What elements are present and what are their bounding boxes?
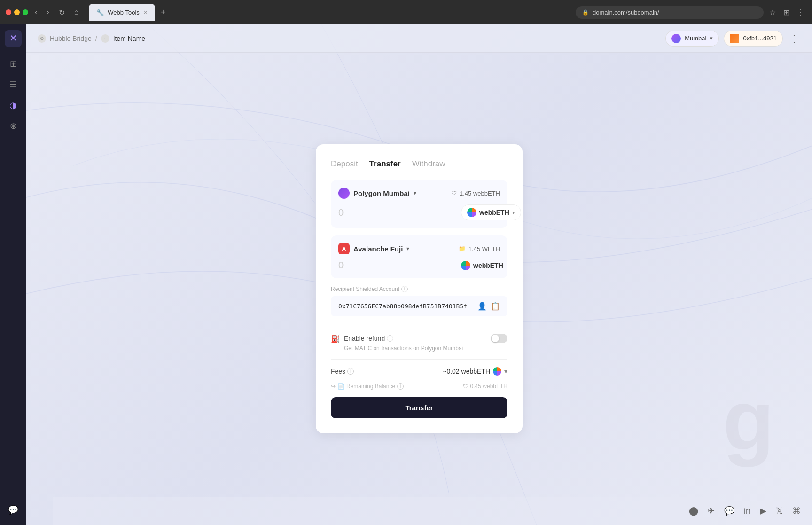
active-tab[interactable]: 🔧 Webb Tools ✕ — [89, 4, 155, 21]
fees-row: Fees i ~0.02 webbETH ▾ — [331, 367, 508, 376]
arrow-icon: ↪ — [331, 383, 336, 390]
fees-token-icon — [493, 367, 501, 376]
dest-chain-section: A Avalanche Fuji ▾ 📁 1.45 WETH — [331, 235, 508, 278]
footer-icon-linkedin[interactable]: in — [744, 506, 750, 516]
dest-chain-chevron-icon: ▾ — [406, 245, 409, 252]
balance-info-icon[interactable]: i — [397, 383, 404, 390]
home-button[interactable]: ⌂ — [71, 6, 82, 18]
header: ⊙ Hubble Bridge / ○ Item Name Mumbai ▾ 0… — [26, 24, 812, 53]
footer-icon-discord[interactable]: 💬 — [724, 506, 734, 516]
transfer-button[interactable]: Transfer — [331, 397, 508, 418]
source-chain-selector[interactable]: Polygon Mumbai ▾ — [338, 188, 416, 199]
tab-favicon: 🔧 — [96, 9, 104, 16]
svg-text:✕: ✕ — [9, 33, 17, 43]
source-amount-row: webbETH ▾ — [338, 204, 500, 220]
footer-icon-twitter[interactable]: 𝕏 — [776, 506, 783, 516]
footer-icon-youtube[interactable]: ▶ — [760, 506, 766, 516]
sidebar-item-theme[interactable]: ◑ — [4, 96, 23, 115]
breadcrumb-parent-link[interactable]: Hubble Bridge — [50, 35, 92, 42]
browser-actions: ☆ ⊞ ⋮ — [767, 6, 806, 19]
source-amount-input[interactable] — [338, 207, 457, 218]
sidebar-item-chat[interactable]: 💬 — [4, 501, 23, 519]
tab-bar: 🔧 Webb Tools ✕ + — [89, 4, 568, 21]
balance-shield-icon: 🛡 — [463, 383, 468, 390]
window-controls — [6, 9, 28, 15]
url-text: domain.com/subdomain/ — [593, 9, 659, 16]
dest-token-display: webbETH — [461, 261, 503, 270]
wallet-icon — [730, 34, 739, 43]
maximize-button[interactable] — [23, 9, 28, 15]
fees-value: ~0.02 webbETH ▾ — [443, 367, 508, 376]
source-token-selector[interactable]: webbETH ▾ — [461, 204, 521, 220]
close-button[interactable] — [6, 9, 11, 15]
dest-webb-eth-icon — [461, 261, 470, 270]
bookmark-button[interactable]: ☆ — [767, 6, 778, 19]
main-content: g ⊙ Hubble Bridge / ○ Item Name Mumbai ▾… — [26, 24, 812, 525]
toggle-knob — [492, 335, 499, 342]
source-chain-section: Polygon Mumbai ▾ 🛡 1.45 webbETH webbETH — [331, 180, 508, 228]
lock-icon: 🔒 — [582, 9, 589, 16]
recipient-info-icon[interactable]: i — [401, 286, 408, 292]
apps-icon: ⊛ — [10, 121, 17, 131]
forward-button[interactable]: › — [44, 6, 52, 18]
recipient-copy-button[interactable]: 📋 — [491, 302, 500, 311]
list-icon: ☰ — [9, 79, 17, 90]
reload-button[interactable]: ↻ — [56, 6, 68, 19]
recipient-label: Recipient Shielded Account i — [331, 286, 508, 292]
app: ✕ ⊞ ☰ ◑ ⊛ 💬 — [0, 24, 812, 525]
address-bar[interactable]: 🔒 domain.com/subdomain/ — [576, 6, 764, 19]
tab-transfer[interactable]: Transfer — [369, 159, 401, 169]
refund-label: Enable refund i — [344, 335, 393, 342]
sidebar-item-list[interactable]: ☰ — [4, 75, 23, 94]
chat-icon: 💬 — [8, 505, 18, 515]
header-right: Mumbai ▾ 0xfb1...d921 ⋮ — [665, 31, 801, 47]
refund-toggle[interactable] — [491, 334, 508, 343]
network-icon — [671, 34, 681, 43]
fees-dropdown-button[interactable]: ▾ — [504, 368, 508, 375]
extensions-button[interactable]: ⊞ — [781, 6, 791, 19]
network-label: Mumbai — [685, 35, 706, 42]
network-selector-button[interactable]: Mumbai ▾ — [665, 31, 719, 47]
dest-balance-value: 1.45 WETH — [468, 245, 500, 252]
footer-icon-circle[interactable]: ⬤ — [689, 506, 698, 516]
source-chain-chevron-icon: ▾ — [414, 190, 416, 196]
minimize-button[interactable] — [14, 9, 20, 15]
footer-icon-github[interactable]: ⌘ — [792, 506, 801, 516]
footer-icon-telegram[interactable]: ✈ — [708, 506, 715, 516]
dest-chain-balance: 📁 1.45 WETH — [459, 245, 500, 252]
footer: ⬤ ✈ 💬 in ▶ 𝕏 ⌘ — [53, 497, 812, 525]
wallet-button[interactable]: 0xfb1...d921 — [724, 31, 783, 47]
dest-chain-selector[interactable]: A Avalanche Fuji ▾ — [338, 243, 409, 254]
remaining-balance-value: 🛡 0.45 webbETH — [463, 383, 508, 390]
fees-label: Fees i — [331, 368, 354, 375]
more-options-button[interactable]: ⋮ — [788, 31, 801, 46]
refund-row: ⛽ Enable refund i — [331, 334, 508, 343]
refund-info-icon[interactable]: i — [387, 335, 393, 342]
sidebar-logo[interactable]: ✕ — [5, 30, 22, 47]
breadcrumb-current-label: Item Name — [113, 35, 145, 42]
tab-row: Deposit Transfer Withdraw — [331, 159, 508, 169]
dest-amount-row: webbETH — [338, 260, 500, 271]
recipient-box: 0x71C7656EC7ab88b098defB751B7401B5f 👤 📋 — [331, 296, 508, 316]
refund-section: ⛽ Enable refund i Get MATIC on transacti… — [331, 326, 508, 352]
sidebar-item-grid[interactable]: ⊞ — [4, 55, 23, 73]
tab-deposit[interactable]: Deposit — [331, 159, 358, 169]
shield-icon: 🛡 — [451, 190, 457, 196]
tab-close-icon[interactable]: ✕ — [143, 9, 148, 16]
fees-info-icon[interactable]: i — [347, 368, 354, 375]
new-tab-button[interactable]: + — [157, 8, 170, 17]
avalanche-icon: A — [338, 243, 350, 254]
remaining-balance-label: ↪ 📄 Remaining Balance i — [331, 383, 404, 390]
sidebar-item-apps[interactable]: ⊛ — [4, 117, 23, 135]
back-button[interactable]: ‹ — [32, 6, 40, 18]
network-chevron-icon: ▾ — [710, 35, 713, 41]
refund-description: Get MATIC on transactions on Polygon Mum… — [331, 345, 508, 352]
gas-icon: ⛽ — [331, 334, 340, 343]
tab-withdraw[interactable]: Withdraw — [412, 159, 445, 169]
balance-row: ↪ 📄 Remaining Balance i 🛡 0.45 webbETH — [331, 379, 508, 393]
menu-button[interactable]: ⋮ — [795, 6, 806, 19]
dest-amount-input[interactable] — [338, 260, 457, 271]
breadcrumb-current-icon: ○ — [101, 34, 109, 43]
recipient-contact-button[interactable]: 👤 — [477, 302, 487, 311]
recipient-section: Recipient Shielded Account i 0x71C7656EC… — [331, 286, 508, 316]
